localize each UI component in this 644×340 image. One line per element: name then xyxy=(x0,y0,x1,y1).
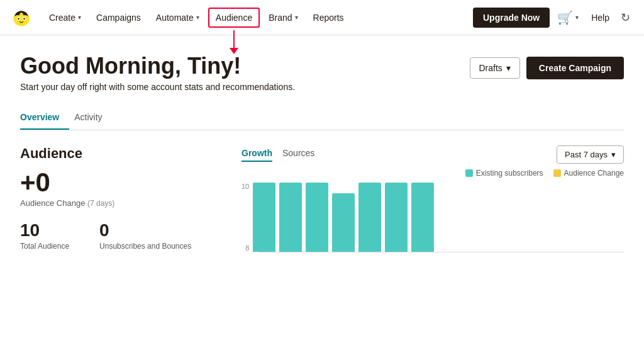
tab-activity[interactable]: Activity xyxy=(74,107,112,130)
stats-row: 10 Total Audience 0 Unsubscribes and Bou… xyxy=(20,220,221,251)
bar-2 xyxy=(279,183,302,252)
drafts-chevron-icon: ▾ xyxy=(506,63,511,73)
bar-5 xyxy=(358,183,381,252)
cart-chevron-icon: ▾ xyxy=(575,14,579,21)
navbar: Create ▾ Campaigns Automate ▾ Audience B… xyxy=(0,0,644,35)
audience-section: Audience +0 Audience Change (7 days) 10 … xyxy=(20,145,624,252)
bar-4 xyxy=(332,193,355,252)
create-campaign-button[interactable]: Create Campaign xyxy=(526,57,624,79)
chart-tabs: Growth Sources xyxy=(242,148,314,162)
logo[interactable] xyxy=(10,6,33,29)
nav-audience[interactable]: Audience xyxy=(208,8,260,28)
bar-6 xyxy=(385,183,408,252)
nav-create[interactable]: Create ▾ xyxy=(43,9,87,26)
main-tabs: Overview Activity xyxy=(20,107,624,130)
audience-big-number: +0 xyxy=(20,169,221,196)
drafts-button[interactable]: Drafts ▾ xyxy=(470,57,520,79)
audience-section-title: Audience xyxy=(20,145,82,162)
tab-overview[interactable]: Overview xyxy=(20,107,69,130)
past-days-chevron-icon: ▾ xyxy=(611,150,616,159)
page-header: Good Morning, Tiny! Start your day off r… xyxy=(20,53,624,92)
nav-brand[interactable]: Brand ▾ xyxy=(262,9,304,26)
unsubscribes-stat: 0 Unsubscribes and Bounces xyxy=(99,220,191,251)
brand-chevron-icon: ▾ xyxy=(295,14,298,21)
bar-7 xyxy=(411,183,434,252)
past-days-button[interactable]: Past 7 days ▾ xyxy=(557,145,624,164)
header-actions: Drafts ▾ Create Campaign xyxy=(470,57,625,79)
cart-area[interactable]: 🛒 ▾ xyxy=(552,6,584,29)
audience-change-label: Audience Change (7 days) xyxy=(20,198,221,208)
legend-change-dot xyxy=(553,169,561,177)
bar-3 xyxy=(306,183,328,252)
audience-left: Audience +0 Audience Change (7 days) 10 … xyxy=(20,145,221,251)
greeting-block: Good Morning, Tiny! Start your day off r… xyxy=(20,53,295,92)
bars-container xyxy=(253,183,624,252)
chart-tab-growth[interactable]: Growth xyxy=(242,148,272,162)
automate-chevron-icon: ▾ xyxy=(196,14,199,21)
legend-existing: Existing subscribers xyxy=(465,169,543,178)
bar-chart: 10 8 xyxy=(242,183,624,252)
create-chevron-icon: ▾ xyxy=(78,14,81,21)
svg-point-3 xyxy=(18,18,19,20)
nav-campaigns[interactable]: Campaigns xyxy=(90,9,147,26)
total-audience-stat: 10 Total Audience xyxy=(20,220,69,251)
nav-reports[interactable]: Reports xyxy=(307,9,350,26)
greeting-subtitle: Start your day off right with some accou… xyxy=(20,82,295,92)
legend-change: Audience Change xyxy=(553,169,624,178)
nav-automate[interactable]: Automate ▾ xyxy=(150,9,206,26)
chart-tab-sources[interactable]: Sources xyxy=(282,148,314,162)
upgrade-button[interactable]: Upgrade Now xyxy=(473,8,550,28)
main-content: Good Morning, Tiny! Start your day off r… xyxy=(0,35,644,252)
bar-1 xyxy=(253,183,275,252)
cart-icon: 🛒 xyxy=(557,10,573,25)
svg-point-4 xyxy=(23,18,25,20)
help-link[interactable]: Help xyxy=(586,9,614,26)
chart-top-row: Growth Sources Past 7 days ▾ xyxy=(242,145,624,164)
chart-legend: Existing subscribers Audience Change xyxy=(242,169,624,178)
greeting-title: Good Morning, Tiny! xyxy=(20,53,295,79)
y-axis: 10 8 xyxy=(242,183,249,252)
refresh-icon[interactable]: ↻ xyxy=(617,7,634,28)
legend-existing-dot xyxy=(465,169,473,177)
audience-arrow xyxy=(230,30,238,54)
chart-container: Growth Sources Past 7 days ▾ Existing su… xyxy=(242,145,624,252)
